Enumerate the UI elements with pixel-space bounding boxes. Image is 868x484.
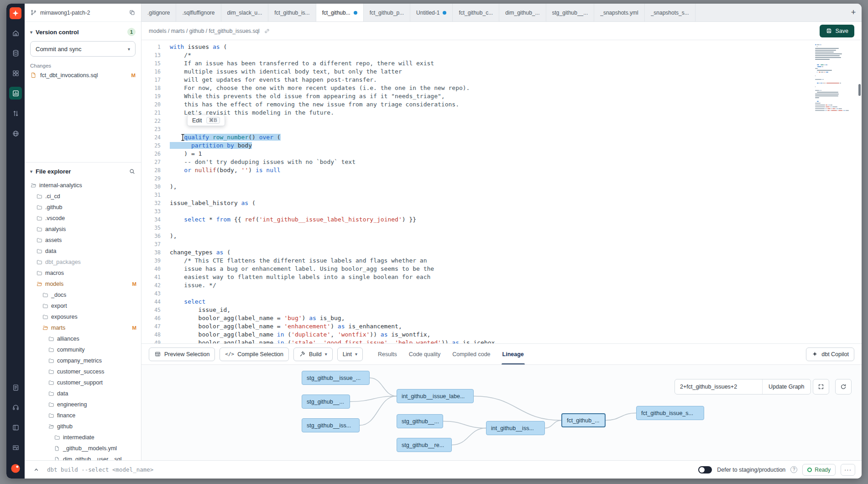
defer-toggle[interactable] xyxy=(698,466,712,473)
expand-panel-button[interactable] xyxy=(31,465,41,475)
environments-icon[interactable] xyxy=(9,47,22,59)
code-line[interactable]: 43 xyxy=(141,289,862,298)
file-tree-item[interactable]: _github__models.yml xyxy=(25,443,141,454)
code-line[interactable]: 45 issue_id, xyxy=(141,306,862,314)
code-line[interactable]: 42 issue. */ xyxy=(141,281,862,289)
result-tab-results[interactable]: Results xyxy=(372,344,403,364)
code-line[interactable]: 26 ) = 1 xyxy=(141,150,862,158)
scrollbar-thumb[interactable] xyxy=(858,84,861,96)
editor-tab[interactable]: fct_github_is... xyxy=(268,4,316,21)
update-graph-button[interactable]: Update Graph xyxy=(763,379,810,394)
lineage-node[interactable]: stg_github__... xyxy=(302,395,350,409)
result-tab-compiled-code[interactable]: Compiled code xyxy=(446,344,496,364)
code-line[interactable]: 48 boolor_agg(label_name in ('duplicate'… xyxy=(141,331,862,339)
code-line[interactable]: 18 For now, choose the one with more rec… xyxy=(141,84,862,92)
lineage-node[interactable]: stg_github__... xyxy=(397,414,443,428)
lineage-node[interactable]: stg_github__iss... xyxy=(302,418,360,432)
code-line[interactable]: 44 select xyxy=(141,298,862,306)
copy-icon[interactable] xyxy=(129,9,136,16)
file-tree-item[interactable]: .ci_cd xyxy=(25,191,141,202)
docs-icon[interactable] xyxy=(9,381,22,394)
develop-icon[interactable] xyxy=(9,87,22,100)
editor-tab[interactable]: fct_github_c... xyxy=(453,4,499,21)
file-tree-item[interactable]: modelsM xyxy=(25,279,141,289)
link-icon[interactable] xyxy=(264,28,270,34)
file-tree-item[interactable]: exposures xyxy=(25,311,141,322)
chevron-down-icon[interactable]: ▾ xyxy=(30,30,32,35)
dashboard-icon[interactable] xyxy=(9,67,22,79)
code-line[interactable]: 22 xyxy=(141,117,862,125)
lineage-node[interactable]: fct_github_... xyxy=(561,413,606,427)
dbt-logo[interactable] xyxy=(10,7,21,19)
file-tree-item[interactable]: alliances xyxy=(25,333,141,344)
code-line[interactable]: 36), xyxy=(141,232,862,240)
file-tree-item[interactable]: customer_success xyxy=(25,366,141,377)
code-line[interactable]: 40 issue has a bug or enhancement label.… xyxy=(141,265,862,273)
cli-command-input[interactable]: dbt build --select <model_name> xyxy=(47,466,153,473)
code-line[interactable]: 28 or nullif(body, '') is null xyxy=(141,166,862,174)
commit-and-sync-button[interactable]: Commit and sync ▾ xyxy=(30,41,136,57)
home-icon[interactable] xyxy=(9,26,22,39)
file-tree-item[interactable]: intermediate xyxy=(25,432,141,443)
chevron-down-icon[interactable]: ▾ xyxy=(30,169,32,174)
file-tree-item[interactable]: martsM xyxy=(25,322,141,333)
preview-selection-button[interactable]: Preview Selection xyxy=(149,347,215,361)
file-tree-item[interactable]: .vscode xyxy=(25,213,141,224)
code-line[interactable]: 37 xyxy=(141,240,862,248)
code-line[interactable]: 33 xyxy=(141,207,862,216)
file-tree-item[interactable]: export xyxy=(25,300,141,311)
code-line[interactable]: 1with issues as ( xyxy=(141,43,862,51)
code-line[interactable]: 23 xyxy=(141,125,862,133)
lineage-node[interactable]: int_github__iss... xyxy=(486,421,545,435)
file-tree-item[interactable]: customer_support xyxy=(25,377,141,388)
code-line[interactable]: 27 -- don't try deduping issues with no … xyxy=(141,158,862,166)
refresh-graph-button[interactable] xyxy=(835,379,852,395)
file-tree-item[interactable]: assets xyxy=(25,235,141,246)
file-tree-item[interactable]: _docs xyxy=(25,289,141,300)
explore-icon[interactable] xyxy=(9,127,22,140)
code-line[interactable]: 35 xyxy=(141,224,862,232)
edit-tooltip[interactable]: Edit ⌘B xyxy=(187,115,225,126)
code-line[interactable]: 49 boolor_agg(label_name in ('stale', 'g… xyxy=(141,339,862,343)
build-button[interactable]: Build ▾ xyxy=(293,347,333,361)
lineage-node[interactable]: int_github__issue_labe... xyxy=(397,389,474,403)
editor-tab[interactable]: .gitignore xyxy=(141,4,176,21)
code-line[interactable]: 34 select * from {{ ref('int_github__iss… xyxy=(141,216,862,224)
changed-file-row[interactable]: fct_dbt_invocations.sql M xyxy=(30,72,136,79)
search-icon[interactable] xyxy=(129,168,136,175)
support-icon[interactable] xyxy=(9,401,22,414)
status-badge[interactable]: Ready xyxy=(802,464,836,476)
file-tree-item[interactable]: dbt_packages xyxy=(25,257,141,268)
code-line[interactable]: 15 If an issue has been transferred to a… xyxy=(141,59,862,68)
lint-button[interactable]: Lint ▾ xyxy=(337,347,363,361)
code-line[interactable]: 20 this has the effect of removing the n… xyxy=(141,100,862,109)
lineage-node[interactable]: stg_github__issue_... xyxy=(302,371,370,385)
dbt-labs-logo[interactable] xyxy=(10,463,21,474)
file-tree-item[interactable]: github xyxy=(25,421,141,432)
code-editor[interactable]: 1with issues as (13 /*15 If an issue has… xyxy=(141,40,862,343)
code-line[interactable]: 47 boolor_agg(label_name = 'enhancement'… xyxy=(141,322,862,331)
editor-tab[interactable]: fct_github... xyxy=(316,4,364,21)
code-line[interactable]: 39 /* This CTE flattens the different is… xyxy=(141,257,862,265)
editor-tab[interactable]: .sqlfluffignore xyxy=(176,4,221,21)
save-button[interactable]: Save xyxy=(820,25,855,37)
code-line[interactable]: 31 xyxy=(141,191,862,199)
file-tree-item[interactable]: data xyxy=(25,246,141,257)
code-line[interactable]: 38change_types as ( xyxy=(141,248,862,257)
editor-tab[interactable]: fct_github_p... xyxy=(364,4,410,21)
file-tree-item[interactable]: company_metrics xyxy=(25,355,141,366)
code-line[interactable]: 24 qualify row_number() over ( xyxy=(141,133,862,142)
editor-minimap[interactable] xyxy=(815,44,855,111)
code-line[interactable]: 30), xyxy=(141,183,862,191)
code-line[interactable]: 32issue_label_history as ( xyxy=(141,199,862,207)
compile-selection-button[interactable]: </> Compile Selection xyxy=(220,347,289,361)
editor-tab[interactable]: _snapshots.yml xyxy=(594,4,644,21)
dbt-copilot-button[interactable]: dbt Copilot xyxy=(806,347,854,361)
file-tree-item[interactable]: analysis xyxy=(25,224,141,235)
code-line[interactable]: 25 partition by body xyxy=(141,142,862,150)
editor-tab[interactable]: dim_slack_u... xyxy=(221,4,269,21)
editor-tab[interactable]: Untitled-1 xyxy=(410,4,453,21)
file-tree-item[interactable]: macros xyxy=(25,268,141,279)
file-tree-item[interactable]: data xyxy=(25,388,141,399)
editor-tab[interactable]: _snapshots_s... xyxy=(645,4,695,21)
